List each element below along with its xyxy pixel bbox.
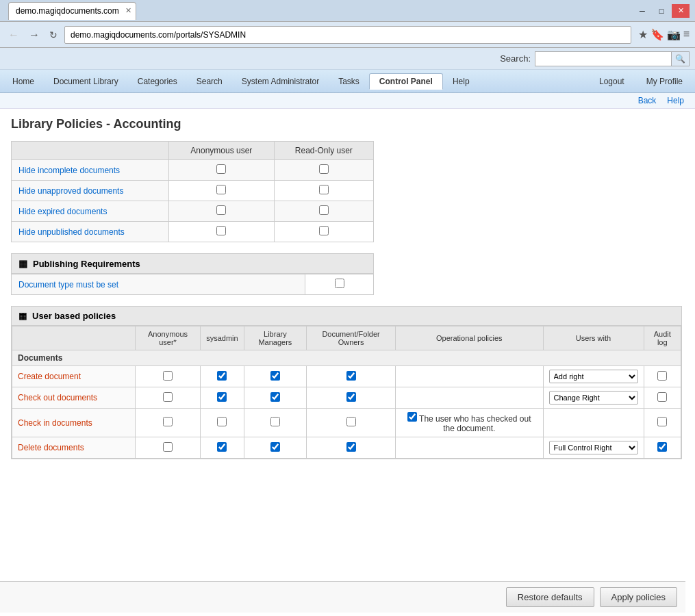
- restore-defaults-button[interactable]: Restore defaults: [506, 587, 594, 607]
- back-breadcrumb-button[interactable]: Back: [638, 96, 657, 105]
- checkbox-delete-sysadmin[interactable]: [217, 442, 227, 452]
- window-controls: ─ □ ✕: [633, 4, 690, 18]
- checkbox-create-sysadmin[interactable]: [217, 371, 227, 381]
- search-input[interactable]: [535, 51, 672, 66]
- policy-check-in: Check in documents: [12, 409, 136, 437]
- checkbox-checkin-libmgr[interactable]: [270, 417, 280, 426]
- users-with-checkin-empty: [543, 409, 644, 437]
- operational-delete: [396, 437, 543, 459]
- grid-icon-2: ▦: [18, 311, 27, 321]
- menu-icon[interactable]: ≡: [683, 28, 690, 41]
- policy-create-document: Create document: [12, 366, 136, 387]
- checkbox-audit-checkin[interactable]: [657, 417, 667, 426]
- toolbar-icons: ★ 🔖 📷 ≡: [638, 28, 690, 41]
- checkbox-hide-unapproved-readonly[interactable]: [319, 185, 329, 194]
- tab-close-icon[interactable]: ✕: [125, 6, 131, 15]
- nav-item-logout[interactable]: Logout: [590, 74, 634, 89]
- checkbox-audit-create[interactable]: [657, 371, 667, 381]
- checkbox-create-anon[interactable]: [163, 371, 173, 381]
- browser-tab[interactable]: demo.magiqdocuments.com ✕: [8, 2, 136, 20]
- policy-hide-incomplete: Hide incomplete documents: [12, 160, 169, 181]
- search-bar: Search: 🔍: [0, 48, 695, 70]
- table-row: Document type must be set: [12, 274, 374, 295]
- publishing-requirements-section: ▦ Publishing Requirements Document type …: [11, 253, 684, 295]
- tab-title: demo.magiqdocuments.com: [16, 6, 119, 16]
- checkbox-audit-checkout[interactable]: [657, 392, 667, 402]
- documents-section-row: Documents: [12, 350, 681, 366]
- nav-item-categories[interactable]: Categories: [128, 74, 187, 89]
- main-nav: Home Document Library Categories Search …: [0, 70, 695, 93]
- up-col-library-managers: Library Managers: [244, 326, 307, 350]
- policy-hide-unpublished: Hide unpublished documents: [12, 222, 169, 242]
- checkbox-checkout-docowner[interactable]: [346, 392, 356, 402]
- table-row: Create document Add right Change Right F…: [12, 366, 681, 387]
- browser-toolbar: ← → ↻ ★ 🔖 📷 ≡: [0, 22, 695, 48]
- checkbox-doc-type-must-be-set[interactable]: [335, 279, 344, 288]
- checkbox-checkout-libmgr[interactable]: [270, 392, 280, 402]
- up-col-doc-folder-owners: Document/Folder Owners: [307, 326, 396, 350]
- table-row: Hide unpublished documents: [12, 222, 374, 242]
- nav-item-control-panel[interactable]: Control Panel: [369, 73, 443, 90]
- policy-check-out: Check out documents: [12, 387, 136, 409]
- back-button[interactable]: ←: [5, 27, 22, 42]
- pub-req-table: Document type must be set: [11, 274, 374, 295]
- policy-hide-expired: Hide expired documents: [12, 201, 169, 222]
- up-col-empty: [12, 326, 136, 350]
- refresh-button[interactable]: ↻: [47, 28, 60, 42]
- checkbox-audit-delete[interactable]: [657, 442, 667, 452]
- close-button[interactable]: ✕: [672, 4, 690, 18]
- checkbox-delete-anon[interactable]: [163, 442, 173, 452]
- address-bar[interactable]: [64, 26, 631, 44]
- nav-item-system-administrator[interactable]: System Administrator: [232, 74, 329, 89]
- forward-button[interactable]: →: [26, 27, 42, 42]
- checkbox-checkin-sysadmin[interactable]: [217, 417, 227, 426]
- checkbox-checkin-docowner[interactable]: [346, 417, 356, 426]
- apply-policies-button[interactable]: Apply policies: [600, 587, 678, 607]
- nav-item-tasks[interactable]: Tasks: [329, 74, 369, 89]
- users-with-checkout-dropdown[interactable]: Add right Change Right Full Control Righ…: [549, 391, 638, 405]
- operational-create: [396, 366, 543, 387]
- checkbox-create-libmgr[interactable]: [270, 371, 280, 381]
- nav-item-help[interactable]: Help: [443, 74, 479, 89]
- simple-policies-section: Anonymous user Read-Only user Hide incom…: [11, 141, 684, 242]
- col-readonly-user: Read-Only user: [274, 142, 373, 160]
- up-col-users-with: Users with: [543, 326, 644, 350]
- checkbox-checkout-anon[interactable]: [163, 392, 173, 402]
- checkbox-checkin-operational[interactable]: [407, 412, 417, 422]
- table-row: Check out documents Add right Change Rig…: [12, 387, 681, 409]
- publishing-requirements-header: ▦ Publishing Requirements: [11, 253, 374, 274]
- checkbox-hide-unapproved-anon[interactable]: [216, 185, 226, 194]
- users-with-create-dropdown[interactable]: Add right Change Right Full Control Righ…: [549, 370, 638, 383]
- policy-delete-documents: Delete documents: [12, 437, 136, 459]
- screenshot-icon[interactable]: 📷: [667, 28, 681, 41]
- checkbox-hide-incomplete-readonly[interactable]: [319, 164, 329, 174]
- checkbox-hide-expired-readonly[interactable]: [319, 205, 329, 215]
- checkbox-hide-incomplete-anon[interactable]: [216, 164, 226, 174]
- maximize-button[interactable]: □: [653, 4, 670, 18]
- user-policies-container: ▦ User based policies Anonymous user* sy…: [11, 306, 682, 459]
- grid-icon: ▦: [18, 258, 27, 269]
- minimize-button[interactable]: ─: [633, 4, 651, 18]
- nav-item-document-library[interactable]: Document Library: [44, 74, 128, 89]
- checkbox-hide-unpublished-anon[interactable]: [216, 226, 226, 235]
- help-breadcrumb-button[interactable]: Help: [667, 96, 684, 105]
- star-icon[interactable]: ★: [638, 28, 648, 41]
- table-row: Check in documents The user who has chec…: [12, 409, 681, 437]
- checkbox-hide-expired-anon[interactable]: [216, 205, 226, 215]
- table-row: Delete documents Add right Change Right …: [12, 437, 681, 459]
- search-go-button[interactable]: 🔍: [672, 51, 690, 66]
- bookmark-icon[interactable]: 🔖: [650, 28, 664, 41]
- checkbox-create-docowner[interactable]: [346, 371, 356, 381]
- nav-item-search[interactable]: Search: [187, 74, 232, 89]
- documents-section-label: Documents: [12, 350, 681, 366]
- users-with-delete-dropdown[interactable]: Add right Change Right Full Control Righ…: [549, 441, 638, 454]
- checkbox-hide-unpublished-readonly[interactable]: [319, 226, 329, 235]
- checkbox-checkout-sysadmin[interactable]: [217, 392, 227, 402]
- page-title: Library Policies - Accounting: [11, 117, 684, 131]
- checkbox-delete-docowner[interactable]: [346, 442, 356, 452]
- footer-bar: Restore defaults Apply policies: [0, 581, 685, 613]
- nav-item-my-profile[interactable]: My Profile: [637, 74, 692, 89]
- nav-item-home[interactable]: Home: [3, 74, 44, 89]
- checkbox-checkin-anon[interactable]: [163, 417, 173, 426]
- checkbox-delete-libmgr[interactable]: [270, 442, 280, 452]
